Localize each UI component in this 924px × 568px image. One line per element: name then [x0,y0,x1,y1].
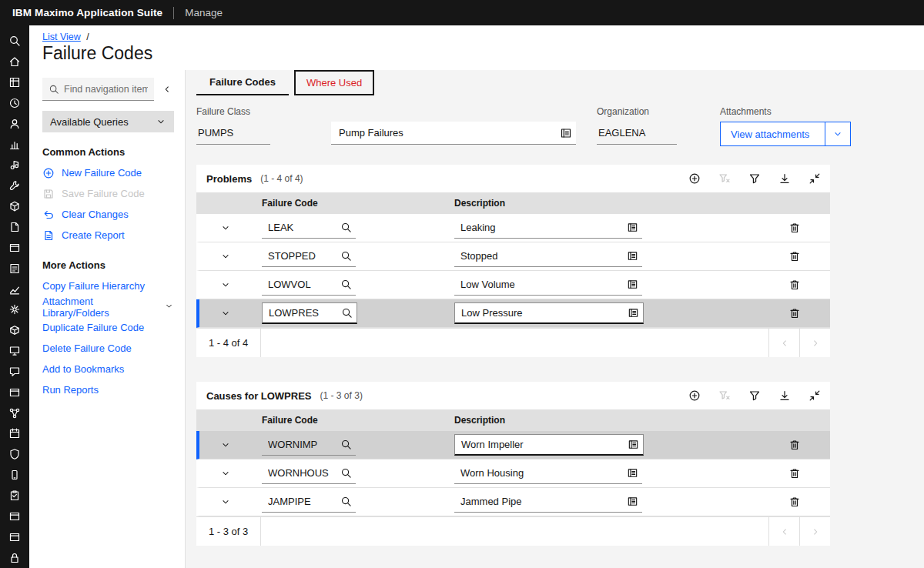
row-expand-button[interactable] [218,466,233,481]
breadcrumb-list-view-link[interactable]: List View [42,32,81,42]
sidebar-item-delete-failure-code[interactable]: Delete Failure Code [42,338,174,359]
rail-security-icon[interactable] [5,444,25,465]
delete-row-button[interactable] [787,466,802,481]
rail-schedule-icon[interactable] [5,423,25,444]
rail-panel-icon[interactable] [5,526,25,547]
sidebar-item-create-report[interactable]: Create Report [42,225,174,246]
failure-code-input[interactable] [263,307,336,319]
rail-analytics-icon[interactable] [5,279,25,299]
sidebar-item-copy-failure-hierarchy[interactable]: Copy Failure Hierarchy [42,276,174,296]
row-expand-button[interactable] [218,494,233,510]
rail-chart-icon[interactable] [5,134,25,155]
failure-code-input[interactable] [262,467,336,479]
lookup-button[interactable] [336,434,356,455]
rail-grid-icon[interactable] [5,72,25,93]
description-input[interactable] [454,250,622,262]
delete-row-button[interactable] [787,437,802,453]
rail-chat-icon[interactable] [5,362,25,383]
failure-code-input[interactable] [262,250,336,262]
rail-search-icon[interactable] [5,31,25,52]
failure-code-input[interactable] [262,496,336,507]
description-input[interactable] [454,467,622,479]
filter-button[interactable] [748,172,761,185]
rail-panel-icon[interactable] [5,506,25,526]
rail-panel-icon[interactable] [5,237,25,258]
long-description-button[interactable] [622,491,642,512]
long-description-button[interactable] [622,463,642,483]
delete-row-button[interactable] [787,249,802,264]
tab-where-used[interactable]: Where Used [294,70,374,95]
row-expand-button[interactable] [218,437,233,453]
attachments-dropdown-button[interactable] [825,122,850,145]
long-description-button[interactable] [622,246,642,266]
long-description-button[interactable] [622,217,642,238]
delete-row-button[interactable] [787,306,802,321]
available-queries-dropdown[interactable]: Available Queries [42,111,174,132]
next-page-button[interactable] [799,329,830,357]
rail-recent-icon[interactable] [5,93,25,114]
clear-filter-button[interactable] [718,172,731,185]
previous-page-button[interactable] [768,517,799,546]
table-row[interactable] [196,271,830,299]
sidebar-collapse-button[interactable] [160,82,174,96]
rail-assets-icon[interactable] [5,155,25,175]
long-description-button[interactable] [556,122,576,145]
failure-class-description-input[interactable] [331,127,556,139]
add-row-button[interactable] [688,172,701,185]
description-input[interactable] [455,439,623,450]
long-description-button[interactable] [623,434,643,455]
navigation-search-input[interactable] [64,84,148,95]
rail-package-icon[interactable] [5,320,25,341]
lookup-button[interactable] [336,463,356,483]
lookup-button[interactable] [336,302,357,323]
sidebar-item-clear-changes[interactable]: Clear Changes [42,204,174,225]
row-expand-button[interactable] [218,220,233,236]
description-input[interactable] [454,222,622,233]
description-input[interactable] [454,279,622,290]
sidebar-item-run-reports[interactable]: Run Reports [42,379,174,400]
rail-checklist-icon[interactable] [5,258,25,279]
clear-filter-button[interactable] [718,389,731,402]
previous-page-button[interactable] [768,329,799,357]
delete-row-button[interactable] [787,494,802,510]
sidebar-item-new-failure-code[interactable]: New Failure Code [42,162,174,183]
tab-failure-codes[interactable]: Failure Codes [196,70,289,95]
minimize-button[interactable] [808,389,821,402]
lookup-button[interactable] [336,491,356,512]
rail-mobile-icon[interactable] [5,465,25,486]
rail-tasks-icon[interactable] [5,486,25,506]
row-expand-button[interactable] [218,249,233,264]
rail-tools-icon[interactable] [5,175,25,196]
sidebar-item-attachment-library[interactable]: Attachment Library/Folders [42,296,174,317]
lookup-button[interactable] [336,217,356,238]
rail-documents-icon[interactable] [5,217,25,238]
table-row-selected[interactable] [196,299,830,328]
rail-panel-icon[interactable] [5,382,25,403]
lookup-button[interactable] [336,246,356,266]
row-expand-button[interactable] [218,306,233,321]
long-description-button[interactable] [622,274,642,295]
download-button[interactable] [778,172,791,185]
next-page-button[interactable] [799,517,830,546]
table-row[interactable] [196,459,830,488]
description-input[interactable] [454,496,622,507]
table-row[interactable] [196,488,830,516]
long-description-button[interactable] [623,302,643,323]
lookup-button[interactable] [336,274,356,295]
view-attachments-button[interactable]: View attachments [721,122,825,145]
failure-class-input[interactable] [196,127,270,139]
rail-settings-icon[interactable] [5,299,25,320]
sidebar-item-duplicate-failure-code[interactable]: Duplicate Failure Code [42,317,174,338]
delete-row-button[interactable] [787,277,802,292]
failure-code-input[interactable] [262,439,336,450]
rail-monitor-icon[interactable] [5,341,25,362]
description-input[interactable] [455,307,623,319]
sidebar-item-save-failure-code[interactable]: Save Failure Code [42,183,174,204]
delete-row-button[interactable] [787,220,802,236]
minimize-button[interactable] [808,172,821,185]
rail-workflow-icon[interactable] [5,403,25,423]
download-button[interactable] [778,389,791,402]
rail-lock-icon[interactable] [5,547,25,568]
rail-inventory-icon[interactable] [5,196,25,217]
organization-input[interactable] [597,127,677,139]
